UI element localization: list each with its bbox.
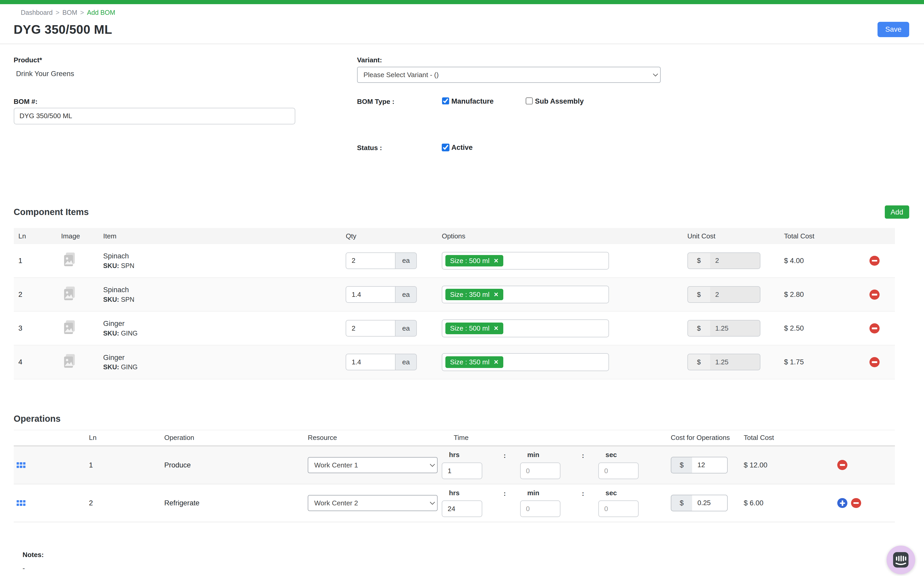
row-ln: 3 <box>14 324 61 333</box>
sub-assembly-checkbox[interactable] <box>525 98 533 105</box>
item-name: Spinach <box>103 286 346 294</box>
sec-input[interactable] <box>598 501 639 517</box>
uom-addon: ea <box>395 320 417 336</box>
resource-select[interactable]: Work Center 1 <box>308 457 438 473</box>
resource-select[interactable]: Work Center 2 <box>308 495 438 511</box>
variant-label: Variant: <box>357 56 382 64</box>
op-total-cost: $ 12.00 <box>744 461 830 469</box>
item-image-placeholder-icon <box>62 285 77 302</box>
tag-remove-icon[interactable]: ✕ <box>494 359 499 365</box>
col-header-ln: Ln <box>14 232 61 240</box>
sku-value: GING <box>121 330 137 337</box>
col-header-options: Options <box>442 232 687 240</box>
operations-table-header: Ln Operation Resource Time Cost for Oper… <box>14 430 895 446</box>
product-label: Product* <box>14 56 42 64</box>
sku-value: GING <box>121 363 137 371</box>
item-name: Spinach <box>103 252 346 260</box>
sku-label: SKU: <box>103 330 119 337</box>
option-tag: Size : 500 ml✕ <box>445 323 503 334</box>
unit-cost-input[interactable] <box>710 253 760 269</box>
qty-input[interactable] <box>346 320 395 336</box>
component-table-header: Ln Image Item Qty Options Unit Cost Tota… <box>14 228 895 244</box>
time-colon: : <box>489 489 520 517</box>
uom-addon: ea <box>395 286 417 303</box>
options-box[interactable]: Size : 350 ml✕ <box>442 286 609 304</box>
intercom-chat-icon <box>893 552 908 568</box>
remove-operation-button[interactable] <box>851 498 861 508</box>
drag-handle-icon[interactable] <box>17 500 89 506</box>
remove-row-button[interactable] <box>870 290 879 300</box>
sec-input[interactable] <box>598 462 639 479</box>
qty-input[interactable] <box>346 286 395 303</box>
item-name: Ginger <box>103 319 346 328</box>
min-label: min <box>520 451 568 459</box>
hrs-label: hrs <box>442 489 489 497</box>
uom-addon: ea <box>395 354 417 370</box>
unit-cost-input[interactable] <box>710 354 760 370</box>
min-input[interactable] <box>520 501 560 517</box>
qty-input[interactable] <box>346 354 395 370</box>
tag-remove-icon[interactable]: ✕ <box>494 292 499 298</box>
chat-launcher-button[interactable] <box>887 546 915 574</box>
operation-cost-input[interactable] <box>692 495 728 511</box>
sku-label: SKU: <box>103 296 119 303</box>
operations-table: Ln Operation Resource Time Cost for Oper… <box>14 430 895 522</box>
remove-row-button[interactable] <box>870 357 879 367</box>
total-cost-value: $ 4.00 <box>784 257 854 265</box>
options-box[interactable]: Size : 350 ml✕ <box>442 353 609 371</box>
notes-label: Notes: <box>22 551 924 559</box>
remove-operation-button[interactable] <box>837 460 847 470</box>
uom-addon: ea <box>395 253 417 269</box>
row-ln: 2 <box>14 290 61 299</box>
save-button[interactable]: Save <box>878 22 909 37</box>
hrs-input[interactable] <box>442 462 482 479</box>
op-ln: 2 <box>89 499 165 507</box>
currency-addon: $ <box>687 253 710 269</box>
ops-col-header-resource: Resource <box>308 434 442 442</box>
table-row: 2 Spinach SKU: SPN ea Size : 350 ml✕ <box>14 278 895 312</box>
table-row: 3 Ginger SKU: GING ea Size : 500 ml✕ <box>14 312 895 346</box>
add-operation-button[interactable] <box>837 498 847 508</box>
bom-type-label: BOM Type : <box>357 98 395 106</box>
breadcrumb-separator: > <box>80 9 84 16</box>
tag-remove-icon[interactable]: ✕ <box>494 325 499 331</box>
options-box[interactable]: Size : 500 ml✕ <box>442 252 609 270</box>
item-image-placeholder-icon <box>62 251 77 268</box>
sku-value: SPN <box>121 262 134 269</box>
qty-input[interactable] <box>346 253 395 269</box>
unit-cost-input[interactable] <box>710 320 760 336</box>
remove-row-button[interactable] <box>870 256 879 266</box>
col-header-item: Item <box>103 232 346 240</box>
hrs-input[interactable] <box>442 501 482 517</box>
notes-value: - <box>22 564 924 572</box>
add-component-button[interactable]: Add <box>885 205 909 218</box>
remove-row-button[interactable] <box>870 323 879 333</box>
col-header-total-cost: Total Cost <box>784 232 854 240</box>
tag-remove-icon[interactable]: ✕ <box>494 258 499 264</box>
breadcrumb-dashboard[interactable]: Dashboard <box>21 9 53 16</box>
item-image-placeholder-icon <box>62 353 77 370</box>
op-name: Produce <box>165 461 308 469</box>
option-tag: Size : 350 ml✕ <box>445 356 503 368</box>
item-image-placeholder-icon <box>62 319 77 336</box>
unit-cost-input[interactable] <box>710 286 760 303</box>
variant-select[interactable]: Please Select Variant - () <box>357 67 661 83</box>
top-accent-bar <box>0 0 924 4</box>
active-checkbox[interactable] <box>442 144 449 151</box>
component-items-table: Ln Image Item Qty Options Unit Cost Tota… <box>14 228 895 379</box>
operation-cost-input[interactable] <box>692 457 728 474</box>
manufacture-checkbox[interactable] <box>442 98 449 105</box>
drag-handle-icon[interactable] <box>17 462 89 468</box>
currency-addon: $ <box>687 354 710 370</box>
bom-number-input[interactable] <box>14 108 296 125</box>
component-items-title: Component Items <box>14 207 89 217</box>
min-input[interactable] <box>520 462 560 479</box>
min-label: min <box>520 489 568 497</box>
product-value: Drink Your Greens <box>16 70 74 78</box>
status-label: Status : <box>357 144 382 152</box>
bom-number-label: BOM #: <box>14 98 38 106</box>
options-box[interactable]: Size : 500 ml✕ <box>442 319 609 338</box>
total-cost-value: $ 1.75 <box>784 358 854 366</box>
breadcrumb-bom[interactable]: BOM <box>62 9 77 16</box>
ops-col-header-time: Time <box>442 434 671 442</box>
